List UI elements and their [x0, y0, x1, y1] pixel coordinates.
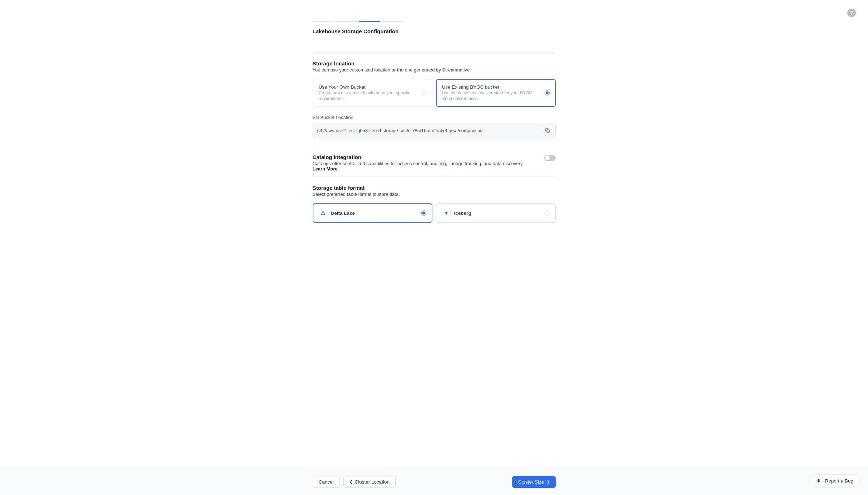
step-indicator — [313, 21, 404, 22]
toggle-knob — [545, 155, 550, 160]
storage-location-subtitle: You can use your customized location or … — [313, 67, 556, 73]
format-delta-label: Delta Lake — [331, 211, 418, 216]
delta-lake-icon — [319, 209, 327, 217]
bucket-location-field — [313, 123, 556, 138]
chevron-left-icon: ❮ — [349, 480, 353, 484]
report-bug-button[interactable]: Report a Bug — [809, 474, 860, 487]
step-3 — [359, 21, 380, 22]
next-button-label: Cluster Size — [518, 479, 544, 485]
back-button-label: Cluster Location — [355, 479, 390, 485]
format-iceberg-label: Iceberg — [454, 211, 541, 216]
page-title: Lakehouse Storage Configuration — [313, 28, 556, 34]
radio-icon — [421, 90, 426, 95]
option-byoc-bucket-title: Use Existing BYOC bucket — [442, 84, 541, 90]
megaphone-icon — [816, 478, 822, 484]
cancel-button[interactable]: Cancel — [313, 476, 340, 488]
format-subtitle: Select preferred table format to store d… — [313, 192, 556, 197]
footer: Cancel ❮ Cluster Location Cluster Size ❯ — [0, 469, 868, 495]
format-delta-lake[interactable]: Delta Lake — [313, 203, 432, 223]
radio-icon — [545, 90, 550, 95]
storage-location-title: Storage location — [313, 60, 556, 66]
radio-icon — [421, 211, 426, 216]
back-button[interactable]: ❮ Cluster Location — [343, 476, 396, 488]
storage-format-section: Storage table format Select preferred ta… — [313, 177, 556, 231]
step-4 — [382, 21, 403, 22]
storage-location-section: Storage location You can use your custom… — [313, 53, 556, 146]
next-button[interactable]: Cluster Size ❯ — [512, 476, 556, 488]
storage-options: Use Your Own Bucket Create and use a buc… — [313, 79, 556, 107]
chevron-right-icon: ❯ — [546, 480, 550, 484]
bucket-location-input[interactable] — [317, 128, 541, 133]
catalog-title: Catalog integration — [313, 154, 537, 160]
option-byoc-bucket[interactable]: Use Existing BYOC bucket Use the bucket … — [436, 79, 556, 107]
catalog-integration-section: Catalog integration Catalogs offer centr… — [313, 146, 556, 177]
report-bug-label: Report a Bug — [825, 478, 853, 484]
option-own-bucket[interactable]: Use Your Own Bucket Create and use a buc… — [313, 79, 432, 107]
step-1 — [313, 21, 334, 22]
catalog-toggle[interactable] — [544, 155, 556, 161]
help-icon[interactable]: ? — [847, 9, 856, 17]
topbar: ? — [0, 0, 868, 17]
format-title: Storage table format — [313, 185, 556, 191]
catalog-subtitle: Catalogs offer centralized capabilities … — [313, 161, 537, 172]
copy-icon[interactable] — [544, 127, 551, 134]
option-own-bucket-title: Use Your Own Bucket — [319, 84, 418, 90]
iceberg-icon — [442, 209, 451, 217]
app-root: ? Lakehouse Storage Configuration Storag… — [0, 0, 868, 495]
bucket-location-label: SN Bucket Location — [313, 115, 556, 120]
format-iceberg[interactable]: Iceberg — [436, 203, 556, 223]
step-2 — [336, 21, 357, 22]
format-options: Delta Lake Iceberg — [313, 203, 556, 223]
main-content: Lakehouse Storage Configuration Storage … — [313, 17, 556, 469]
catalog-subtitle-suffix: . — [338, 166, 339, 172]
radio-icon — [545, 211, 550, 216]
option-own-bucket-desc: Create and use a bucket tailored to your… — [319, 90, 418, 102]
catalog-subtitle-text: Catalogs offer centralized capabilities … — [313, 161, 524, 166]
option-byoc-bucket-desc: Use the bucket that was created for your… — [442, 90, 541, 102]
learn-more-link[interactable]: Learn More — [313, 166, 338, 172]
